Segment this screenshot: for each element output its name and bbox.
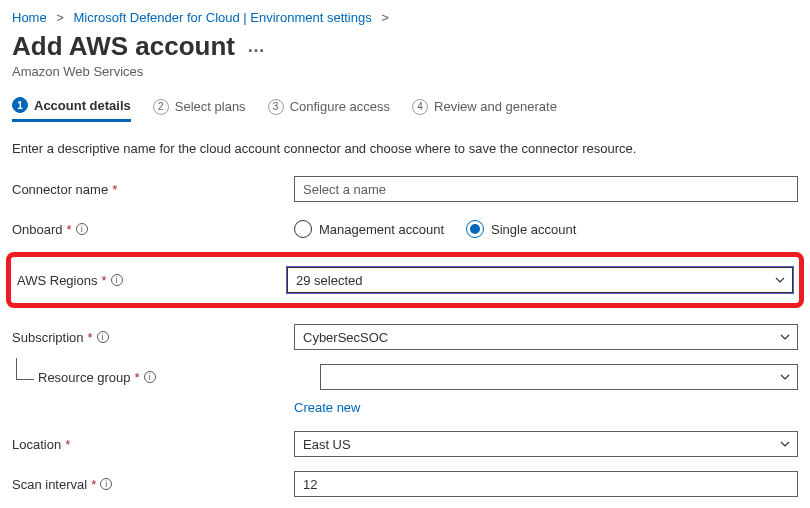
info-icon[interactable]: i (97, 331, 109, 343)
step-number-icon: 1 (12, 97, 28, 113)
chevron-right-icon: > (50, 10, 70, 25)
breadcrumb-home[interactable]: Home (12, 10, 47, 25)
tab-configure-access[interactable]: 3 Configure access (268, 97, 390, 122)
step-number-icon: 4 (412, 99, 428, 115)
more-actions-icon[interactable]: … (247, 36, 266, 57)
chevron-down-icon (779, 371, 791, 383)
scan-interval-input[interactable] (294, 471, 798, 497)
tab-account-details[interactable]: 1 Account details (12, 97, 131, 122)
page-subtitle: Amazon Web Services (12, 64, 798, 79)
label-connector-name: Connector name* (12, 182, 294, 197)
wizard-steps: 1 Account details 2 Select plans 3 Confi… (12, 97, 798, 123)
radio-management-account[interactable]: Management account (294, 220, 444, 238)
breadcrumb: Home > Microsoft Defender for Cloud | En… (12, 10, 798, 25)
location-dropdown[interactable]: East US (294, 431, 798, 457)
label-location: Location* (12, 437, 294, 452)
page-title: Add AWS account … (12, 31, 798, 62)
label-scan-interval: Scan interval* i (12, 477, 294, 492)
create-new-link[interactable]: Create new (294, 400, 360, 415)
step-number-icon: 3 (268, 99, 284, 115)
tree-elbow-icon (16, 358, 34, 380)
label-aws-regions: AWS Regions* i (17, 273, 287, 288)
tab-select-plans[interactable]: 2 Select plans (153, 97, 246, 122)
radio-single-account[interactable]: Single account (466, 220, 576, 238)
chevron-down-icon (779, 438, 791, 450)
subscription-dropdown[interactable]: CyberSecSOC (294, 324, 798, 350)
resource-group-dropdown[interactable] (320, 364, 798, 390)
label-onboard: Onboard* i (12, 222, 294, 237)
aws-regions-dropdown[interactable]: 29 selected (287, 267, 793, 293)
label-subscription: Subscription* i (12, 330, 294, 345)
info-icon[interactable]: i (144, 371, 156, 383)
info-icon[interactable]: i (76, 223, 88, 235)
connector-name-input[interactable] (294, 176, 798, 202)
breadcrumb-parent[interactable]: Microsoft Defender for Cloud | Environme… (74, 10, 372, 25)
step-number-icon: 2 (153, 99, 169, 115)
info-icon[interactable]: i (111, 274, 123, 286)
instructions-text: Enter a descriptive name for the cloud a… (12, 141, 798, 156)
label-resource-group: Resource group* i (38, 370, 320, 385)
chevron-down-icon (779, 331, 791, 343)
chevron-right-icon: > (375, 10, 395, 25)
tab-review-generate[interactable]: 4 Review and generate (412, 97, 557, 122)
info-icon[interactable]: i (100, 478, 112, 490)
highlighted-row-aws-regions: AWS Regions* i 29 selected (6, 252, 804, 308)
chevron-down-icon (774, 274, 786, 286)
